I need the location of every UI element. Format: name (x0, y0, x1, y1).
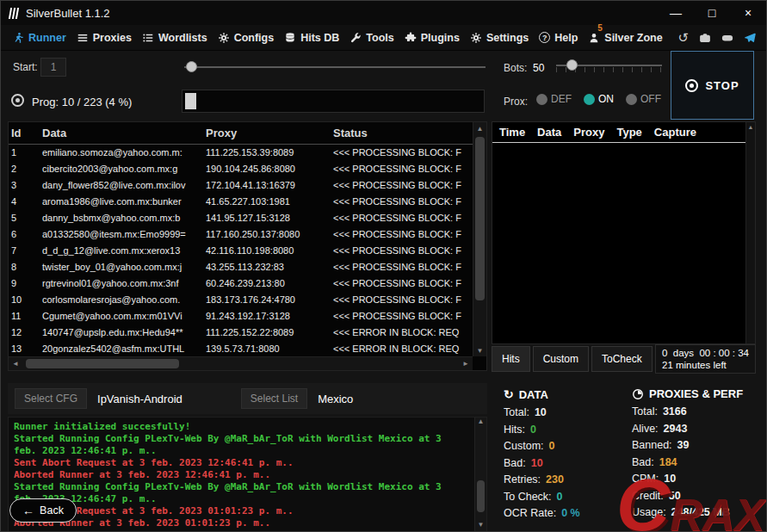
tab-custom[interactable]: Custom (533, 346, 589, 372)
log-line: Aborted Runner at 3 feb. 2023 01:01:23 p… (14, 517, 469, 529)
stat-row: Custom:0 (504, 438, 580, 455)
back-button[interactable]: ← Back (9, 498, 77, 523)
close-button[interactable]: × (730, 1, 766, 25)
stat-row: Retries:230 (504, 472, 580, 489)
tab-silver-zone[interactable]: 5 Silver Zone (584, 25, 666, 50)
cell-proxy: 139.5.73.71:8080 (203, 340, 331, 356)
tab-label: Configs (234, 32, 275, 44)
cell-id: 9 (9, 275, 40, 291)
prox-off-option[interactable]: OFF (626, 93, 661, 105)
tab-wordlists[interactable]: Wordlists (138, 25, 212, 50)
results-horizontal-scrollbar[interactable]: ◄ ► (9, 356, 473, 370)
cell-proxy: 117.160.250.137:8080 (203, 226, 331, 242)
tab-hits-db[interactable]: Hits DB (280, 25, 343, 50)
select-cfg-button[interactable]: Select CFG (15, 388, 87, 409)
cell-id: 3 (9, 176, 40, 193)
start-slider[interactable] (184, 61, 486, 73)
table-row[interactable]: 12140747@upslp.edu.mx:Hedu94**111.225.15… (9, 324, 473, 340)
column-header-data: Data (40, 122, 203, 144)
prox-def-option[interactable]: DEF (536, 93, 572, 105)
log-line: Runner initialized succesfully! (14, 421, 469, 433)
scrollbar-thumb[interactable] (26, 359, 179, 368)
app-icon (9, 8, 18, 19)
scrollbar-thumb[interactable] (477, 480, 485, 512)
cell-data: dany_flower852@live.com.mx:ilov (40, 176, 203, 193)
scroll-up-icon[interactable]: ▲ (475, 418, 486, 429)
table-row[interactable]: 1emiliano.somoza@yahoo.com.m:111.225.153… (9, 144, 473, 160)
minimize-button[interactable]: — (658, 1, 694, 25)
table-row[interactable]: 6a01332580@itesm.mx:Emo9999=117.160.250.… (9, 226, 473, 242)
results-vertical-scrollbar[interactable]: ▲ ▼ (473, 122, 486, 356)
stat-row: OCR Rate:0 % (504, 505, 580, 523)
tab-settings[interactable]: Settings (466, 25, 533, 50)
log-vertical-scrollbar[interactable]: ▲ ▼ (474, 418, 486, 532)
tab-label: Tools (366, 32, 393, 44)
history-icon[interactable]: ↺ (677, 31, 689, 44)
tab-help[interactable]: ? Help (535, 25, 582, 50)
table-row[interactable]: 9rgtrevinol01@yahoo.com.mx:3nf60.246.239… (9, 275, 473, 291)
tab-configs[interactable]: Configs (213, 25, 279, 50)
stop-button[interactable]: STOP (671, 51, 754, 120)
table-row[interactable]: 10corlosmolaresrojas@yahoo.com.183.173.1… (9, 291, 473, 307)
cell-id: 13 (9, 340, 40, 356)
cell-data: cibercito2003@yahoo.com.mx:g (40, 160, 203, 176)
log-line: Sent Abort Request at 3 feb. 2023 01:01:… (14, 505, 469, 517)
cell-data: emiliano.somoza@yahoo.com.m: (40, 144, 203, 160)
camera-icon[interactable] (699, 32, 711, 44)
tab-plugins[interactable]: Plugins (400, 25, 464, 50)
prox-on-option[interactable]: ON (584, 93, 614, 105)
telegram-icon[interactable] (744, 32, 756, 44)
select-list-button[interactable]: Select List (241, 388, 307, 409)
stat-row: CPM:10 (632, 471, 743, 488)
cell-id: 6 (9, 226, 40, 242)
progress-radio-icon[interactable] (11, 94, 24, 107)
table-row[interactable]: 11Cgumet@yahoo.com.mx:m01VVi91.243.192.1… (9, 307, 473, 324)
scroll-right-icon[interactable]: ► (459, 360, 473, 368)
cell-proxy: 91.243.192.17:3128 (203, 307, 331, 324)
cell-status: <<< PROCESSING BLOCK: F (331, 160, 473, 176)
start-input[interactable] (40, 58, 66, 77)
gamepad-icon[interactable] (721, 32, 733, 44)
slider-handle[interactable] (566, 59, 578, 71)
scroll-left-icon[interactable]: ◄ (9, 360, 22, 368)
tab-label: Runner (28, 32, 66, 44)
tab-runner[interactable]: Runner (8, 25, 71, 50)
cell-id: 5 (9, 209, 40, 226)
proxy-mode-toggle: DEF ON OFF (536, 93, 661, 105)
stat-row: Bad:10 (504, 455, 580, 473)
scrollbar-thumb[interactable] (475, 137, 485, 300)
tab-label: Plugins (421, 32, 460, 44)
bots-slider[interactable] (556, 59, 662, 71)
bots-value: 50 (533, 62, 544, 74)
column-header-proxy: Proxy (573, 126, 604, 139)
stat-row: Banned:39 (632, 437, 743, 455)
stat-value: 0 (530, 424, 536, 436)
stat-value: 10 (535, 406, 547, 418)
table-row[interactable]: 4aroma1986@live.com.mx:bunker41.65.227.1… (9, 193, 473, 209)
table-row[interactable]: 1320gonzalez5402@asfm.mx:UTHL139.5.73.71… (9, 340, 473, 356)
refresh-icon: ↻ (504, 387, 514, 401)
maximize-button[interactable]: □ (694, 1, 730, 25)
hits-vertical-scrollbar[interactable]: ▲ (745, 122, 755, 343)
scroll-down-icon[interactable]: ▼ (475, 521, 486, 532)
scroll-down-icon[interactable]: ▼ (473, 344, 486, 356)
tab-proxies[interactable]: Proxies (72, 25, 136, 50)
tab-tools[interactable]: Tools (345, 25, 398, 50)
table-row[interactable]: 2cibercito2003@yahoo.com.mx:g190.104.245… (9, 160, 473, 176)
scroll-up-icon[interactable]: ▲ (746, 122, 755, 130)
table-row[interactable]: 3dany_flower852@live.com.mx:ilov172.104.… (9, 176, 473, 193)
tab-hits[interactable]: Hits (492, 346, 530, 372)
table-row[interactable]: 5danny_bsbmx@yahoo.com.mx:b141.95.127.15… (9, 209, 473, 226)
slider-handle[interactable] (186, 61, 197, 72)
stat-label: To Check: (504, 491, 552, 503)
cell-status: <<< PROCESSING BLOCK: F (331, 226, 473, 242)
title-bar: SilverBullet 1.1.2 — □ × (1, 1, 766, 25)
data-stats-title: DATA (519, 388, 548, 401)
proxy-stats-title: PROXIES & PERF (649, 387, 743, 400)
progress-bar (182, 90, 485, 113)
table-row[interactable]: 8twister_boy_01@yahoo.com.mx:j43.255.113… (9, 258, 473, 275)
cell-status: <<< PROCESSING BLOCK: F (331, 209, 473, 226)
scroll-up-icon[interactable]: ▲ (473, 122, 486, 134)
table-row[interactable]: 7d_d_g_12@live.com.mx:xerox1342.116.110.… (9, 242, 473, 258)
tab-tocheck[interactable]: ToCheck (591, 346, 653, 372)
